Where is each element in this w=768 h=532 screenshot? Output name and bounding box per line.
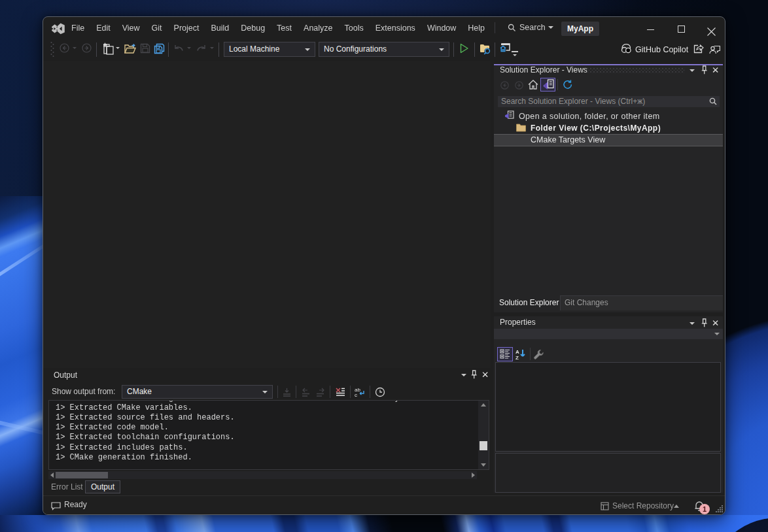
svg-text:c: c xyxy=(355,392,357,397)
svg-text:Z: Z xyxy=(515,355,519,360)
svg-text:A: A xyxy=(515,349,519,355)
